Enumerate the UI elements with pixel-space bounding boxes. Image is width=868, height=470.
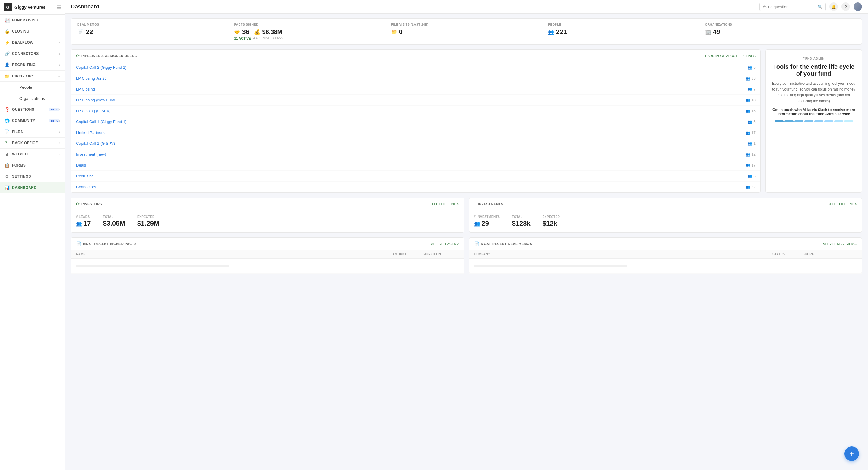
fab-button[interactable]: +	[844, 446, 859, 461]
sidebar-toggle[interactable]: ☰	[57, 4, 61, 10]
pacts-header: 📄 MOST RECENT SIGNED PACTS SEE ALL PACTS…	[71, 238, 464, 250]
approve-count: 4 APPROVE	[253, 36, 270, 40]
pipeline-row[interactable]: LP Closing (G SPV) 👥 15	[71, 105, 760, 117]
sidebar-item-closing[interactable]: 🔒 CLOSING ›	[0, 26, 65, 37]
notifications-icon[interactable]: 🔔	[829, 2, 838, 11]
beta-badge: BETA	[49, 108, 59, 111]
fund-bar	[784, 120, 794, 122]
pipelines-title: PIPELINES & ASSIGNED USERS	[82, 54, 703, 58]
users-icon: 👥	[746, 185, 750, 189]
fund-bar	[844, 120, 853, 122]
stat-value: 📄 22	[77, 28, 222, 36]
pipeline-user-count: 👥 32	[746, 185, 755, 189]
pipeline-name: Investment (new)	[76, 152, 746, 157]
expected-label: EXPECTED	[137, 215, 159, 218]
user-avatar[interactable]	[854, 2, 862, 11]
sidebar-item-back-office[interactable]: ↻ BACK OFFICE ›	[0, 137, 65, 149]
pipeline-name: LP Closing Jun23	[76, 76, 746, 81]
sidebar-item-files[interactable]: 📄 FILES ›	[0, 126, 65, 137]
sidebar-item-directory[interactable]: 📁 DIRECTORY ⌄	[0, 71, 65, 82]
dealflow-icon: ⚡	[4, 40, 10, 45]
inv-total-value: $128k	[512, 220, 530, 227]
stat-deal-memos: DEAL MEMOS 📄 22	[77, 23, 228, 40]
org-icon: 🏢	[705, 29, 711, 35]
search-input[interactable]	[763, 4, 818, 9]
memos-loading-row	[469, 258, 862, 274]
sidebar-item-questions[interactable]: ❓ QUESTIONS BETA ›	[0, 104, 65, 115]
sidebar-item-fundraising[interactable]: 📈 FUNDRAISING ›	[0, 15, 65, 26]
sidebar-item-label: Organizations	[19, 96, 60, 101]
fund-admin-bars	[772, 120, 856, 122]
pipeline-row[interactable]: Capital Call 1 (Giggy Fund 1) 👥 5	[71, 117, 760, 127]
sidebar-item-label: DIRECTORY	[12, 74, 58, 78]
sidebar-item-dealflow[interactable]: ⚡ DEALFLOW ›	[0, 37, 65, 48]
see-all-memos-link[interactable]: SEE ALL DEAL MEM...	[823, 242, 857, 246]
pipeline-row[interactable]: Deals 👥 17	[71, 160, 760, 171]
help-icon[interactable]: ?	[841, 2, 850, 11]
sidebar-item-settings[interactable]: ⚙ SETTINGS ›	[0, 171, 65, 182]
pipeline-name: Connectors	[76, 185, 746, 189]
fundraising-icon: 📈	[4, 18, 10, 23]
file-visits-icon: 📁	[391, 29, 397, 35]
memos-col-headers: COMPANY STATUS SCORE	[469, 250, 862, 258]
people-count: 221	[556, 28, 567, 36]
total-value: $3.05M	[103, 220, 125, 227]
leads-value: 👥 17	[76, 220, 91, 227]
sidebar-item-forms[interactable]: 📋 FORMS ›	[0, 160, 65, 171]
sidebar-item-organizations[interactable]: Organizations	[0, 93, 65, 104]
investors-leads: # LEADS 👥 17	[76, 215, 91, 227]
chevron-right-icon: ›	[59, 108, 60, 111]
app-name: Giggy Ventures	[14, 5, 57, 10]
chevron-right-icon: ›	[59, 141, 60, 145]
sidebar-item-website[interactable]: 🖥 WEBSITE ›	[0, 149, 65, 160]
inv-total-label: TOTAL	[512, 215, 530, 218]
investors-metrics: # LEADS 👥 17 TOTAL $3.05M EXPECTED $1.29…	[71, 210, 464, 232]
pipeline-row[interactable]: LP Closing Jun23 👥 33	[71, 73, 760, 84]
investors-header: ⟳ INVESTORS GO TO PIPELINE >	[71, 198, 464, 210]
see-all-pacts-link[interactable]: SEE ALL PACTS >	[431, 242, 459, 246]
users-icon: 👥	[746, 152, 750, 157]
investments-pipeline-link[interactable]: GO TO PIPELINE >	[828, 202, 857, 206]
sidebar-item-community[interactable]: 🌐 COMMUNITY BETA ›	[0, 115, 65, 126]
fund-admin-card: FUND ADMIN Tools for the entire life cyc…	[766, 50, 862, 193]
sidebar-item-recruiting[interactable]: 👤 RECRUITING ›	[0, 59, 65, 71]
sidebar-item-label: RECRUITING	[12, 63, 59, 67]
website-icon: 🖥	[4, 151, 10, 157]
pipeline-row[interactable]: LP Closing (New Fund) 👥 13	[71, 95, 760, 105]
sidebar-item-connectors[interactable]: 🔗 CONNECTORS ›	[0, 48, 65, 59]
directory-icon: 📁	[4, 73, 10, 79]
questions-icon: ❓	[4, 107, 10, 112]
investments-expected: EXPECTED $12k	[542, 215, 560, 227]
users-icon: 👥	[748, 65, 752, 70]
stat-value: 📁 0	[391, 28, 536, 36]
pipelines-card: ⟳ PIPELINES & ASSIGNED USERS LEARN MORE …	[71, 50, 761, 193]
sidebar-item-label: People	[19, 85, 60, 90]
search-box[interactable]: 🔍	[760, 3, 826, 11]
sidebar-item-label: FORMS	[12, 163, 59, 167]
investments-count-label: # INVESTMENTS	[474, 215, 500, 218]
sidebar-item-label: COMMUNITY	[12, 119, 48, 123]
pipeline-row[interactable]: Investment (new) 👥 12	[71, 149, 760, 160]
stat-label: PACTS SIGNED	[234, 23, 378, 26]
pipeline-name: Capital Call 1 (Giggy Fund 1)	[76, 120, 748, 124]
pipeline-row[interactable]: Connectors 👥 32	[71, 182, 760, 192]
investors-card: ⟳ INVESTORS GO TO PIPELINE > # LEADS 👥 1…	[71, 197, 464, 232]
sidebar-item-dashboard[interactable]: 📊 DASHBOARD	[0, 182, 65, 193]
pipeline-row[interactable]: Capital Call 1 (G SPV) 👥 1	[71, 138, 760, 149]
investments-title: INVESTMENTS	[478, 202, 828, 206]
active-count: 11 ACTIVE	[234, 36, 251, 40]
pipeline-row[interactable]: Limited Partners 👥 17	[71, 127, 760, 138]
leads-label: # LEADS	[76, 215, 91, 218]
investors-pipeline-link[interactable]: GO TO PIPELINE >	[430, 202, 459, 206]
sidebar-item-people[interactable]: People	[0, 82, 65, 93]
pipeline-user-count: 👥 17	[746, 163, 755, 167]
page-title: Dashboard	[71, 4, 756, 10]
sidebar-item-label: DASHBOARD	[12, 186, 60, 190]
sidebar-item-label: DEALFLOW	[12, 40, 59, 45]
back-office-icon: ↻	[4, 140, 10, 146]
pipeline-row[interactable]: Capital Call 2 (Giggy Fund 1) 👥 5	[71, 62, 760, 73]
learn-more-pipelines-link[interactable]: LEARN MORE ABOUT PIPELINES	[703, 54, 755, 58]
pipeline-row[interactable]: LP Closing 👥 7	[71, 84, 760, 95]
organizations-icon	[11, 96, 17, 101]
pipeline-row[interactable]: Recruiting 👥 5	[71, 171, 760, 182]
